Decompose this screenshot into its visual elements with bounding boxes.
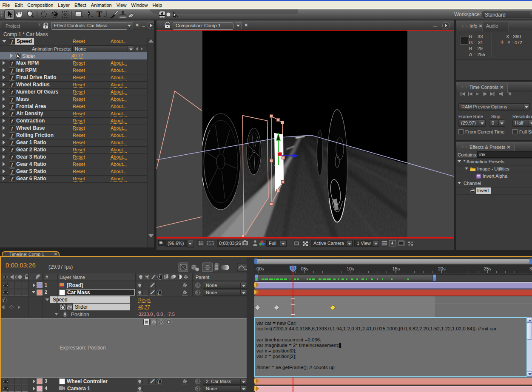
svg-text:T: T xyxy=(97,10,102,19)
svg-text:Parent: Parent xyxy=(196,275,209,280)
svg-text:#: # xyxy=(46,275,48,280)
svg-text:Layer Name: Layer Name xyxy=(60,275,85,280)
